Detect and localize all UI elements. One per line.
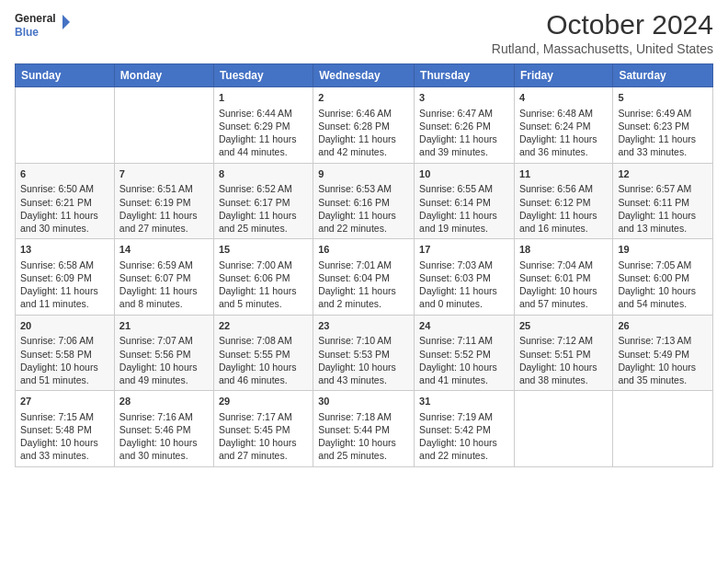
day-number: 2 (318, 91, 409, 105)
cell-w3-d4: 17Sunrise: 7:03 AMSunset: 6:03 PMDayligh… (415, 239, 515, 316)
sunrise-text: Sunrise: 6:55 AM (419, 182, 509, 195)
sunrise-text: Sunrise: 7:01 AM (318, 259, 409, 271)
daylight-text: Daylight: 10 hours and 30 minutes. (119, 436, 209, 462)
sunset-text: Sunset: 6:11 PM (618, 196, 708, 209)
day-number: 19 (618, 243, 708, 257)
sunset-text: Sunset: 6:09 PM (20, 271, 109, 284)
sunrise-text: Sunrise: 7:15 AM (20, 410, 109, 423)
daylight-text: Daylight: 10 hours and 49 minutes. (119, 361, 209, 386)
header-sunday: Sunday (16, 64, 115, 87)
svg-text:Blue: Blue (15, 26, 39, 39)
cell-w1-d2: 1Sunrise: 6:44 AMSunset: 6:29 PMDaylight… (213, 87, 313, 164)
daylight-text: Daylight: 10 hours and 57 minutes. (519, 284, 608, 310)
header-wednesday: Wednesday (313, 64, 415, 87)
logo-svg: General Blue (15, 9, 70, 42)
day-number: 26 (618, 319, 708, 333)
daylight-text: Daylight: 10 hours and 35 minutes. (618, 361, 708, 386)
logo: General Blue (15, 9, 70, 42)
cell-w5-d0: 27Sunrise: 7:15 AMSunset: 5:48 PMDayligh… (16, 391, 115, 467)
cell-w2-d0: 6Sunrise: 6:50 AMSunset: 6:21 PMDaylight… (16, 163, 115, 239)
day-number: 29 (219, 395, 308, 408)
cell-w1-d0 (16, 87, 115, 164)
cell-w4-d2: 22Sunrise: 7:08 AMSunset: 5:55 PMDayligh… (213, 315, 313, 391)
sunrise-text: Sunrise: 7:04 AM (519, 259, 608, 271)
cell-w4-d1: 21Sunrise: 7:07 AMSunset: 5:56 PMDayligh… (114, 315, 213, 391)
cell-w1-d5: 4Sunrise: 6:48 AMSunset: 6:24 PMDaylight… (514, 87, 612, 164)
header-monday: Monday (114, 64, 213, 87)
day-number: 10 (419, 167, 509, 181)
day-number: 22 (219, 319, 308, 333)
day-number: 30 (318, 395, 409, 408)
sunset-text: Sunset: 6:16 PM (318, 196, 409, 209)
sunset-text: Sunset: 5:58 PM (20, 348, 109, 361)
header-row: Sunday Monday Tuesday Wednesday Thursday… (16, 64, 713, 87)
header: General Blue October 2024 Rutland, Massa… (15, 9, 713, 56)
sunset-text: Sunset: 5:42 PM (419, 423, 509, 436)
daylight-text: Daylight: 11 hours and 44 minutes. (219, 132, 308, 158)
title-block: October 2024 Rutland, Massachusetts, Uni… (492, 9, 713, 56)
location: Rutland, Massachusetts, United States (492, 41, 713, 56)
daylight-text: Daylight: 11 hours and 0 minutes. (419, 284, 509, 310)
sunset-text: Sunset: 6:28 PM (318, 120, 409, 132)
calendar-body: 1Sunrise: 6:44 AMSunset: 6:29 PMDaylight… (16, 87, 713, 467)
sunrise-text: Sunrise: 7:18 AM (318, 410, 409, 423)
header-friday: Friday (514, 64, 612, 87)
cell-w5-d6 (613, 391, 713, 467)
daylight-text: Daylight: 11 hours and 39 minutes. (419, 132, 509, 158)
cell-w4-d6: 26Sunrise: 7:13 AMSunset: 5:49 PMDayligh… (613, 315, 713, 391)
sunset-text: Sunset: 6:04 PM (318, 271, 409, 284)
sunrise-text: Sunrise: 7:05 AM (618, 259, 708, 271)
cell-w2-d5: 11Sunrise: 6:56 AMSunset: 6:12 PMDayligh… (514, 163, 612, 239)
sunset-text: Sunset: 6:12 PM (519, 196, 608, 209)
sunrise-text: Sunrise: 6:56 AM (519, 182, 608, 195)
sunset-text: Sunset: 5:45 PM (219, 423, 308, 436)
sunrise-text: Sunrise: 7:03 AM (419, 259, 509, 271)
sunrise-text: Sunrise: 7:07 AM (119, 334, 209, 347)
sunset-text: Sunset: 6:14 PM (419, 196, 509, 209)
svg-marker-2 (63, 15, 70, 29)
sunset-text: Sunset: 6:21 PM (20, 196, 109, 209)
sunset-text: Sunset: 6:29 PM (219, 120, 308, 132)
calendar-page: General Blue October 2024 Rutland, Massa… (0, 0, 728, 563)
cell-w5-d2: 29Sunrise: 7:17 AMSunset: 5:45 PMDayligh… (213, 391, 313, 467)
sunset-text: Sunset: 6:07 PM (119, 271, 209, 284)
sunset-text: Sunset: 6:06 PM (219, 271, 308, 284)
daylight-text: Daylight: 11 hours and 30 minutes. (20, 209, 109, 235)
cell-w3-d5: 18Sunrise: 7:04 AMSunset: 6:01 PMDayligh… (514, 239, 612, 316)
daylight-text: Daylight: 11 hours and 8 minutes. (119, 284, 209, 310)
day-number: 16 (318, 243, 409, 257)
cell-w4-d5: 25Sunrise: 7:12 AMSunset: 5:51 PMDayligh… (514, 315, 612, 391)
day-number: 21 (119, 319, 209, 333)
svg-text:General: General (15, 12, 56, 25)
sunset-text: Sunset: 6:24 PM (519, 120, 608, 132)
day-number: 14 (119, 243, 209, 257)
sunset-text: Sunset: 5:44 PM (318, 423, 409, 436)
cell-w3-d0: 13Sunrise: 6:58 AMSunset: 6:09 PMDayligh… (16, 239, 115, 316)
daylight-text: Daylight: 11 hours and 22 minutes. (318, 209, 409, 235)
week-row-5: 27Sunrise: 7:15 AMSunset: 5:48 PMDayligh… (16, 391, 713, 467)
month-year: October 2024 (492, 9, 713, 40)
sunset-text: Sunset: 6:19 PM (119, 196, 209, 209)
cell-w3-d2: 15Sunrise: 7:00 AMSunset: 6:06 PMDayligh… (213, 239, 313, 316)
daylight-text: Daylight: 10 hours and 38 minutes. (519, 361, 608, 386)
cell-w5-d1: 28Sunrise: 7:16 AMSunset: 5:46 PMDayligh… (114, 391, 213, 467)
sunrise-text: Sunrise: 7:16 AM (119, 410, 209, 423)
day-number: 27 (20, 395, 109, 408)
sunset-text: Sunset: 5:53 PM (318, 348, 409, 361)
sunset-text: Sunset: 5:52 PM (419, 348, 509, 361)
cell-w2-d2: 8Sunrise: 6:52 AMSunset: 6:17 PMDaylight… (213, 163, 313, 239)
day-number: 24 (419, 319, 509, 333)
daylight-text: Daylight: 11 hours and 11 minutes. (20, 284, 109, 310)
cell-w1-d3: 2Sunrise: 6:46 AMSunset: 6:28 PMDaylight… (313, 87, 415, 164)
calendar-table: Sunday Monday Tuesday Wednesday Thursday… (15, 63, 713, 467)
day-number: 13 (20, 243, 109, 257)
day-number: 28 (119, 395, 209, 408)
sunrise-text: Sunrise: 6:53 AM (318, 182, 409, 195)
sunset-text: Sunset: 6:26 PM (419, 120, 509, 132)
daylight-text: Daylight: 10 hours and 43 minutes. (318, 361, 409, 386)
cell-w1-d6: 5Sunrise: 6:49 AMSunset: 6:23 PMDaylight… (613, 87, 713, 164)
day-number: 25 (519, 319, 608, 333)
sunrise-text: Sunrise: 7:17 AM (219, 410, 308, 423)
day-number: 31 (419, 395, 509, 408)
sunset-text: Sunset: 5:55 PM (219, 348, 308, 361)
